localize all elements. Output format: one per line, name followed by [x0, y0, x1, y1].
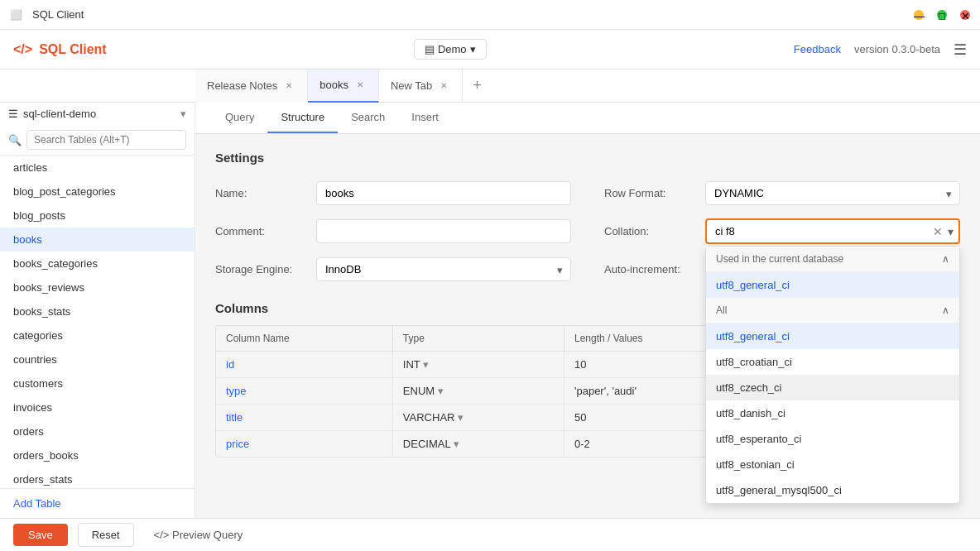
dropdown-item-utf8-croatian-ci[interactable]: utf8_croatian_ci — [706, 349, 959, 375]
dropdown-all-header: All ∧ — [706, 298, 959, 323]
tab-new-close[interactable]: ✕ — [437, 79, 450, 93]
sidebar-item-blog_post_categories[interactable]: blog_post_categories — [0, 180, 195, 204]
comment-label: Comment: — [215, 225, 306, 237]
sidebar-item-articles[interactable]: articles — [0, 156, 195, 180]
version-text: version 0.3.0-beta — [854, 43, 940, 55]
col-header-type: Type — [392, 326, 564, 352]
name-field: Name: — [215, 181, 571, 205]
collation-dropdown: Used in the current database ∧ utf8_gene… — [705, 246, 960, 504]
sidebar-db-selector[interactable]: ☰ sql-client-demo ▾ — [0, 103, 195, 125]
tab-bar: Release Notes ✕ books ✕ New Tab ✕ + — [0, 69, 980, 103]
demo-icon: ▤ — [425, 43, 435, 55]
col-type-chevron[interactable]: ▾ — [438, 385, 444, 397]
row-format-select-wrapper: DYNAMIC ▾ — [705, 181, 960, 205]
tab-books-close[interactable]: ✕ — [353, 79, 367, 92]
dropdown-item-utf8-general-ci[interactable]: utf8_general_ci — [706, 323, 959, 349]
search-icon: 🔍 — [8, 134, 22, 146]
dropdown-item-utf8-estonian-ci[interactable]: utf8_estonian_ci — [706, 452, 959, 477]
name-input[interactable] — [316, 181, 571, 205]
sidebar-item-blog_posts[interactable]: blog_posts — [0, 204, 195, 228]
col-name-link[interactable]: id — [226, 358, 234, 371]
sidebar-item-invoices[interactable]: invoices — [0, 395, 195, 419]
header-right: Feedback version 0.3.0-beta ☰ — [794, 41, 967, 59]
feedback-link[interactable]: Feedback — [794, 43, 841, 55]
dropdown-item-utf8-czech-ci[interactable]: utf8_czech_ci — [706, 375, 959, 400]
dropdown-used-collapse-icon[interactable]: ∧ — [942, 253, 949, 265]
comment-field: Comment: — [215, 218, 571, 244]
col-type: DECIMAL — [403, 438, 450, 450]
sidebar-item-countries[interactable]: countries — [0, 347, 195, 371]
collation-chevron-icon[interactable]: ▾ — [948, 225, 954, 238]
demo-chevron-icon: ▾ — [470, 43, 476, 55]
collation-clear-icon[interactable]: ✕ — [933, 225, 943, 238]
sub-tab-structure[interactable]: Structure — [267, 103, 338, 133]
db-arrow-icon: ▾ — [180, 108, 186, 120]
dropdown-used-header: Used in the current database ∧ — [706, 247, 959, 272]
sidebar-item-books[interactable]: books — [0, 228, 195, 252]
sub-tabs: QueryStructureSearchInsert — [195, 103, 980, 134]
save-button[interactable]: Save — [13, 524, 68, 546]
col-name-link[interactable]: title — [226, 411, 243, 424]
collation-label: Collation: — [604, 225, 695, 237]
tab-books[interactable]: books ✕ — [308, 69, 379, 103]
sub-tab-query[interactable]: Query — [212, 103, 267, 133]
bottom-bar: Save Reset </> Preview Query — [0, 518, 980, 551]
sidebar-item-books_stats[interactable]: books_stats — [0, 299, 195, 323]
sidebar-item-orders[interactable]: orders — [0, 419, 195, 443]
sidebar-item-orders_stats[interactable]: orders_stats — [0, 467, 195, 488]
window-controls: — □ ✕ — [914, 10, 970, 20]
row-format-field: Row Format: DYNAMIC ▾ — [604, 181, 960, 205]
col-type: INT — [403, 358, 420, 371]
sidebar: ☰ sql-client-demo ▾ 🔍 articlesblog_post_… — [0, 103, 195, 518]
auto-increment-label: Auto-increment: — [604, 263, 695, 276]
dropdown-item-used-utf8-general-ci[interactable]: utf8_general_ci — [706, 272, 959, 298]
title-bar-text: SQL Client — [32, 8, 84, 21]
demo-button[interactable]: ▤ Demo ▾ — [414, 39, 487, 60]
sidebar-item-books_categories[interactable]: books_categories — [0, 252, 195, 276]
tab-release-notes-close[interactable]: ✕ — [282, 79, 295, 93]
dropdown-item-utf8-esperanto-ci[interactable]: utf8_esperanto_ci — [706, 426, 959, 452]
collation-actions: ✕ ▾ — [933, 225, 954, 238]
logo-text: SQL Client — [39, 42, 107, 57]
sub-tab-insert[interactable]: Insert — [398, 103, 452, 133]
settings-form: Name: Row Format: DYNAMIC ▾ Comment: — [215, 181, 960, 281]
collation-input[interactable] — [705, 218, 960, 244]
preview-query-button[interactable]: </> Preview Query — [144, 524, 253, 546]
sub-tab-search[interactable]: Search — [338, 103, 398, 133]
sidebar-item-categories[interactable]: categories — [0, 323, 195, 347]
col-name-link[interactable]: price — [226, 438, 249, 450]
row-format-select[interactable]: DYNAMIC — [705, 181, 960, 205]
dropdown-item-utf8-general-mysql500-ci[interactable]: utf8_general_mysql500_ci — [706, 477, 959, 503]
sidebar-item-orders_books[interactable]: orders_books — [0, 443, 195, 467]
menu-icon[interactable]: ☰ — [954, 41, 967, 59]
db-name: sql-client-demo — [23, 108, 96, 120]
col-type-chevron[interactable]: ▾ — [454, 438, 459, 450]
tab-books-label: books — [319, 79, 348, 91]
col-type-chevron[interactable]: ▾ — [458, 411, 464, 424]
maximize-button[interactable]: □ — [937, 10, 947, 20]
tab-release-notes[interactable]: Release Notes ✕ — [195, 69, 308, 103]
demo-label: Demo — [438, 43, 467, 55]
settings-title: Settings — [215, 151, 960, 165]
sidebar-item-books_reviews[interactable]: books_reviews — [0, 276, 195, 299]
dropdown-item-utf8-danish-ci[interactable]: utf8_danish_ci — [706, 400, 959, 426]
search-input[interactable] — [26, 130, 186, 150]
title-bar: ⬜ SQL Client — □ ✕ — [0, 0, 980, 30]
tab-new[interactable]: New Tab ✕ — [379, 69, 463, 103]
comment-input[interactable] — [316, 219, 571, 243]
col-type-chevron[interactable]: ▾ — [423, 358, 429, 371]
add-table-button[interactable]: Add Table — [13, 497, 61, 510]
content-wrapper: QueryStructureSearchInsert Settings Name… — [195, 103, 980, 518]
storage-engine-select[interactable]: InnoDB — [316, 257, 571, 281]
dropdown-all-collapse-icon[interactable]: ∧ — [942, 304, 949, 316]
tab-add-button[interactable]: + — [463, 77, 492, 94]
reset-button[interactable]: Reset — [78, 523, 134, 547]
minimize-button[interactable]: — — [914, 10, 924, 20]
col-name-link[interactable]: type — [226, 385, 247, 397]
sidebar-item-customers[interactable]: customers — [0, 371, 195, 395]
header-center: ▤ Demo ▾ — [414, 39, 487, 60]
close-button[interactable]: ✕ — [960, 10, 970, 20]
sidebar-footer: Add Table — [0, 488, 195, 518]
storage-engine-label: Storage Engine: — [215, 263, 306, 276]
app-logo: </> SQL Client — [13, 42, 107, 57]
